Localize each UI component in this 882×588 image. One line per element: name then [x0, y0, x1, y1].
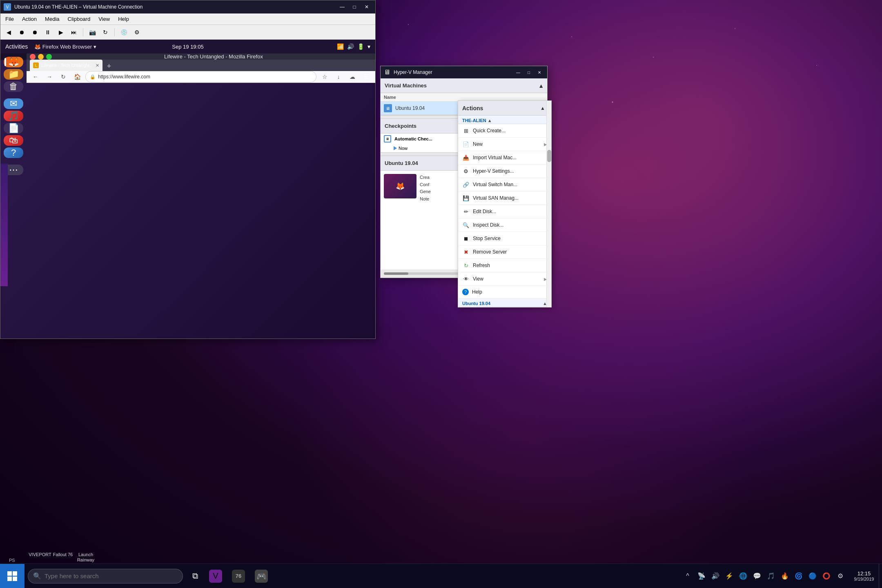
virtual-san-icon: 💾	[462, 194, 470, 202]
vm-tb-record[interactable]: ⏺	[29, 27, 40, 38]
taskbar-fallout-app[interactable]: 76	[227, 564, 250, 588]
action-inspect-disk[interactable]: 🔍 Inspect Disk...	[458, 218, 551, 232]
dock-firefox[interactable]: 🦊	[4, 57, 23, 67]
ff-sync-btn[interactable]: ☁	[347, 71, 358, 82]
hyperv-maximize-btn[interactable]: □	[524, 69, 533, 76]
ff-forward-button[interactable]: →	[44, 71, 55, 82]
ff-downloads-btn[interactable]: ↓	[333, 71, 344, 82]
vm-menu-media[interactable]: Media	[42, 15, 62, 23]
hyperv-window-controls: — □ ✕	[514, 69, 544, 76]
action-import[interactable]: 📥 Import Virtual Mac...	[458, 151, 551, 165]
vm-panel-collapse[interactable]: ▲	[538, 82, 544, 89]
dock-music[interactable]: 🎵	[4, 111, 23, 121]
vm-tb-pause[interactable]: ⏸	[42, 27, 53, 38]
vm-maximize-button[interactable]: □	[349, 3, 360, 11]
dock-email[interactable]: ✉	[4, 98, 23, 109]
vm-tb-play[interactable]: ▶	[55, 27, 67, 38]
actions-scroll-thumb	[547, 150, 551, 162]
firefox-minimize-button[interactable]	[38, 54, 44, 60]
ubuntu-activities-button[interactable]: Activities	[5, 43, 28, 50]
start-button[interactable]	[0, 564, 24, 588]
taskbar-rainway-app[interactable]: 🎮	[250, 564, 273, 588]
show-desktop-button[interactable]	[879, 564, 882, 588]
vm-menu-action[interactable]: Action	[19, 15, 40, 23]
tab-close-button[interactable]: ✕	[96, 63, 99, 68]
vm-close-button[interactable]: ✕	[361, 3, 372, 11]
tray-icon-1[interactable]: 📡	[696, 570, 707, 582]
ubuntu-power-icon[interactable]: ▾	[368, 43, 370, 50]
taskbar-search-input[interactable]	[45, 572, 178, 579]
new-tab-button[interactable]: +	[104, 61, 114, 71]
vm-tb-disk[interactable]: 💿	[118, 27, 129, 38]
ubuntu-clock: Sep 19 19:05	[172, 44, 203, 50]
tray-icon-7[interactable]: 🔥	[779, 570, 791, 582]
dock-software[interactable]: 🛍	[4, 135, 23, 146]
fallout-icon: 76	[232, 570, 245, 583]
action-new[interactable]: 📄 New ▶	[458, 138, 551, 151]
firefox-close-button[interactable]	[30, 54, 36, 60]
tray-icon-2[interactable]: 🔊	[710, 570, 721, 582]
tray-chevron[interactable]: ^	[682, 570, 693, 582]
tray-icon-6[interactable]: 🎵	[765, 570, 777, 582]
vm-menu-view[interactable]: View	[95, 15, 113, 23]
ubuntu-battery-icon[interactable]: 🔋	[357, 43, 364, 50]
hyperv-minimize-btn[interactable]: —	[514, 69, 523, 76]
vm-tb-forward[interactable]: ⏭	[68, 27, 80, 38]
actions-title: Actions	[462, 105, 483, 111]
tray-icon-3[interactable]: ⚡	[724, 570, 735, 582]
vm-tb-back[interactable]: ◀	[3, 27, 14, 38]
tray-icon-4[interactable]: 🌐	[737, 570, 749, 582]
action-stop-service[interactable]: ⏹ Stop Service	[458, 232, 551, 245]
dock-text[interactable]: 📄	[4, 123, 23, 134]
ff-menu-button[interactable]: ☰	[361, 71, 372, 82]
tray-icon-9[interactable]: 🔵	[807, 570, 818, 582]
hyperv-close-btn[interactable]: ✕	[535, 69, 544, 76]
taskbar-search-bar[interactable]: 🔍	[28, 569, 183, 584]
taskbar-viveport-app[interactable]: V	[204, 564, 227, 588]
ff-bookmarks-btn[interactable]: ☆	[319, 71, 330, 82]
vm-menu-clipboard[interactable]: Clipboard	[65, 15, 94, 23]
ubuntu-network-icon[interactable]: 📶	[337, 43, 344, 50]
ff-back-button[interactable]: ←	[30, 71, 41, 82]
vm-tb-refresh[interactable]: ↻	[100, 27, 111, 38]
tray-icon-8[interactable]: 🌀	[793, 570, 804, 582]
vm-tb-settings[interactable]: ⚙	[131, 27, 143, 38]
the-alien-collapse[interactable]: ▲	[488, 118, 492, 123]
help-icon: ?	[462, 289, 469, 295]
action-view[interactable]: 👁 View ▶	[458, 272, 551, 286]
vm-minimize-button[interactable]: —	[337, 3, 347, 11]
dock-trash[interactable]: 🗑	[4, 81, 23, 92]
actions-header: Actions ▲	[458, 101, 551, 116]
dock-help[interactable]: ?	[4, 147, 23, 158]
firefox-maximize-button[interactable]	[46, 54, 52, 60]
tray-icon-10[interactable]: ⭕	[821, 570, 832, 582]
action-edit-disk[interactable]: ✏ Edit Disk...	[458, 205, 551, 218]
vm-tb-screenshot[interactable]: 📷	[87, 27, 98, 38]
ff-home-button[interactable]: 🏠	[71, 71, 83, 82]
actions-collapse-btn[interactable]: ▲	[538, 105, 547, 112]
action-quick-create[interactable]: ⊞ Quick Create...	[458, 124, 551, 138]
vm-tb-stop[interactable]: ⏺	[16, 27, 27, 38]
ff-refresh-button[interactable]: ↻	[58, 71, 69, 82]
firefox-url-bar[interactable]: 🔒 https://www.lifewire.com	[85, 71, 316, 82]
tray-icon-11[interactable]: ⚙	[835, 570, 846, 582]
ubuntu-volume-icon[interactable]: 🔊	[347, 43, 354, 50]
action-virtual-san[interactable]: 💾 Virtual SAN Manag...	[458, 192, 551, 205]
actions-scrollbar[interactable]	[546, 101, 551, 307]
action-refresh[interactable]: ↻ Refresh	[458, 259, 551, 272]
taskbar-clock[interactable]: 12:15 9/19/2019	[849, 564, 879, 588]
tray-icon-5[interactable]: 💬	[751, 570, 763, 582]
help-label: Help	[472, 289, 547, 295]
vm-menu-file[interactable]: File	[2, 15, 17, 23]
action-help[interactable]: ? Help	[458, 286, 551, 298]
action-virtual-switch[interactable]: 🔗 Virtual Switch Man...	[458, 178, 551, 192]
vm-menu-help[interactable]: Help	[115, 15, 132, 23]
stop-service-label: Stop Service	[473, 236, 547, 241]
import-label: Import Virtual Mac...	[473, 155, 547, 160]
action-remove-server[interactable]: ✖ Remove Server	[458, 245, 551, 259]
action-hyperv-settings[interactable]: ⚙ Hyper-V Settings...	[458, 165, 551, 178]
hyperv-settings-label: Hyper-V Settings...	[473, 168, 547, 174]
task-view-button[interactable]: ⧉	[186, 567, 204, 585]
dock-files[interactable]: 📁	[4, 69, 23, 80]
firefox-tab-lifewire[interactable]: L Lifewire - Tech Untangle... ✕	[30, 60, 102, 71]
